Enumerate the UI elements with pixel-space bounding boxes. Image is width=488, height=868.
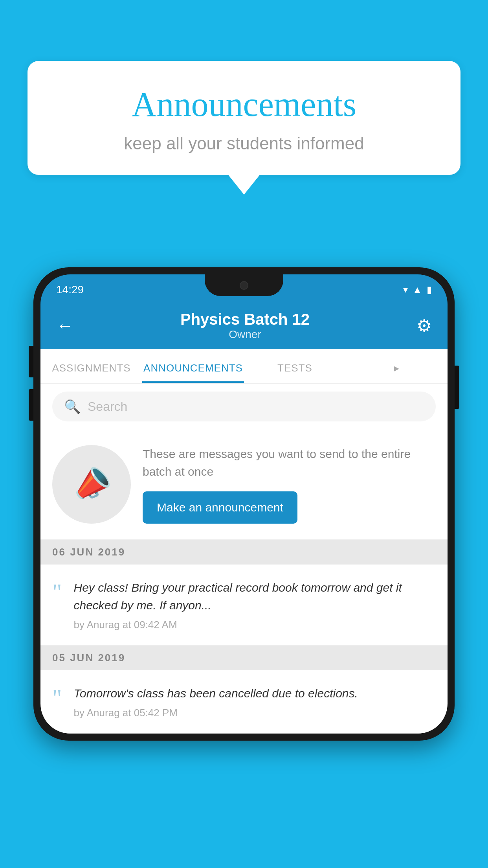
bubble-subtitle: keep all your students informed	[59, 134, 429, 153]
wifi-icon: ▾	[403, 284, 408, 295]
search-input-wrap[interactable]: 🔍 Search	[52, 392, 436, 421]
back-button[interactable]: ←	[56, 316, 73, 335]
announcement-content-2: Tomorrow's class has been cancelled due …	[74, 684, 436, 719]
make-announcement-button[interactable]: Make an announcement	[143, 491, 297, 524]
search-placeholder: Search	[88, 399, 127, 414]
settings-icon[interactable]: ⚙	[416, 316, 432, 336]
phone-screen: 14:29 ▾ ▲ ▮ ← Physics Batch 12 Owner ⚙ A…	[40, 274, 448, 734]
promo-icon-circle: 📣	[52, 445, 131, 524]
promo-description: These are messages you want to send to t…	[143, 445, 436, 480]
phone-notch	[205, 274, 283, 296]
status-time: 14:29	[56, 283, 84, 296]
announcement-meta-1: by Anurag at 09:42 AM	[74, 619, 436, 631]
announcement-meta-2: by Anurag at 05:42 PM	[74, 707, 436, 719]
phone-mockup: 14:29 ▾ ▲ ▮ ← Physics Batch 12 Owner ⚙ A…	[33, 267, 455, 741]
tab-more[interactable]: ▸	[346, 362, 448, 383]
announcement-item-2[interactable]: " Tomorrow's class has been cancelled du…	[40, 670, 448, 734]
header-title: Physics Batch 12	[180, 311, 310, 328]
battery-icon: ▮	[427, 284, 432, 295]
announcement-text-2: Tomorrow's class has been cancelled due …	[74, 684, 436, 702]
power-button	[455, 366, 459, 409]
bubble-arrow	[228, 175, 260, 195]
search-bar: 🔍 Search	[40, 384, 448, 429]
volume-up-button	[29, 346, 33, 377]
promo-content: These are messages you want to send to t…	[143, 445, 436, 524]
bubble-title: Announcements	[59, 85, 429, 124]
search-icon: 🔍	[64, 399, 81, 414]
volume-down-button	[29, 389, 33, 421]
announcement-item-1[interactable]: " Hey class! Bring your practical record…	[40, 565, 448, 645]
signal-icon: ▲	[413, 284, 422, 295]
speech-bubble: Announcements keep all your students inf…	[28, 61, 460, 175]
announcement-content-1: Hey class! Bring your practical record b…	[74, 579, 436, 631]
speech-bubble-container: Announcements keep all your students inf…	[28, 61, 460, 195]
app-header: ← Physics Batch 12 Owner ⚙	[40, 302, 448, 349]
promo-section: 📣 These are messages you want to send to…	[40, 429, 448, 540]
date-divider-2: 05 JUN 2019	[40, 645, 448, 670]
quote-icon-2: "	[52, 686, 62, 710]
status-icons: ▾ ▲ ▮	[403, 284, 432, 295]
header-subtitle: Owner	[180, 328, 310, 341]
header-center: Physics Batch 12 Owner	[180, 311, 310, 341]
date-divider-1: 06 JUN 2019	[40, 540, 448, 565]
tab-assignments[interactable]: ASSIGNMENTS	[40, 362, 142, 383]
front-camera	[240, 281, 248, 290]
tab-announcements[interactable]: ANNOUNCEMENTS	[142, 362, 244, 383]
announcement-text-1: Hey class! Bring your practical record b…	[74, 579, 436, 614]
quote-icon-1: "	[52, 580, 62, 604]
megaphone-icon: 📣	[67, 460, 116, 509]
tab-tests[interactable]: TESTS	[244, 362, 346, 383]
tabs-bar: ASSIGNMENTS ANNOUNCEMENTS TESTS ▸	[40, 349, 448, 384]
